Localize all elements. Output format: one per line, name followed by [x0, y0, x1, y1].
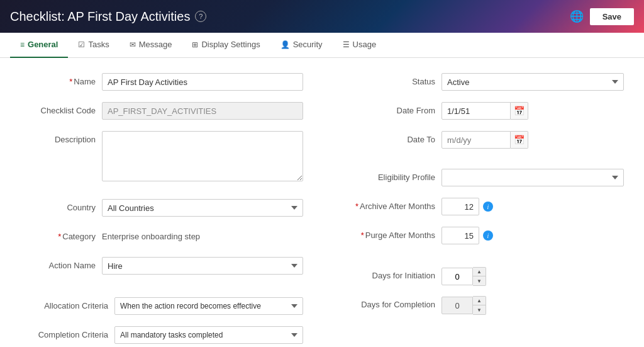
general-tab-icon: ≡ [20, 40, 25, 49]
tab-general[interactable]: ≡ General [10, 33, 68, 58]
description-label: Description [20, 131, 102, 144]
form-section: Name Checklist Code Description Country … [20, 73, 624, 347]
tab-usage-label: Usage [353, 40, 377, 49]
date-from-wrap: 📅 [441, 102, 528, 120]
days-initiation-up-button[interactable]: ▲ [473, 268, 486, 276]
tab-display-settings-label: Display Settings [201, 40, 260, 49]
date-to-input[interactable] [441, 131, 511, 149]
tab-usage[interactable]: ☰ Usage [333, 33, 387, 58]
app-header: Checklist: AP First Day Activities ? 🌐 S… [0, 0, 644, 33]
archive-info-icon[interactable]: i [483, 202, 493, 212]
completion-criteria-row: Completion Criteria All mandatory tasks … [20, 326, 303, 346]
checklist-code-input [102, 102, 303, 120]
date-to-calendar-button[interactable]: 📅 [511, 131, 528, 149]
eligibility-select[interactable] [441, 169, 624, 186]
date-to-row: Date To 📅 [341, 131, 624, 151]
allocation-criteria-label: Allocation Criteria [20, 297, 114, 310]
country-select[interactable]: All Countries [102, 199, 303, 217]
purge-info-icon[interactable]: i [483, 230, 493, 241]
completion-criteria-select[interactable]: All mandatory tasks completed [114, 326, 303, 344]
days-initiation-wrap: ▲ ▼ [441, 267, 486, 286]
page-title: Checklist: AP First Day Activities ? [10, 9, 206, 24]
eligibility-label: Eligibility Profile [341, 169, 441, 182]
purge-wrap: i [441, 227, 493, 244]
tabs-bar: ≡ General ☑ Tasks ✉ Message ⊞ Display Se… [0, 33, 644, 58]
archive-wrap: i [441, 198, 493, 215]
checklist-code-row: Checklist Code [20, 102, 303, 122]
save-button[interactable]: Save [590, 8, 634, 25]
days-completion-input[interactable] [441, 297, 473, 314]
name-input[interactable] [102, 73, 303, 91]
days-completion-label: Days for Completion [341, 296, 441, 309]
category-value: Enterprise onboarding step [102, 228, 200, 241]
allocation-criteria-row: Allocation Criteria When the action reco… [20, 297, 303, 317]
tab-general-label: General [28, 40, 58, 49]
description-row: Description [20, 131, 303, 181]
days-initiation-label: Days for Initiation [341, 267, 441, 280]
right-column: Status Active Inactive Date From 📅 Date … [341, 73, 624, 347]
help-icon[interactable]: ? [195, 11, 206, 22]
tab-tasks[interactable]: ☑ Tasks [68, 33, 119, 58]
archive-label: Archive After Months [341, 198, 441, 211]
country-row: Country All Countries [20, 199, 303, 219]
status-label: Status [341, 73, 441, 86]
days-completion-wrap: ▲ ▼ [441, 296, 486, 315]
name-row: Name [20, 73, 303, 93]
days-initiation-row: Days for Initiation ▲ ▼ [341, 267, 624, 287]
purge-row: Purge After Months i [341, 227, 624, 247]
usage-tab-icon: ☰ [343, 40, 350, 49]
name-label: Name [20, 73, 102, 86]
date-from-row: Date From 📅 [341, 102, 624, 122]
days-initiation-input[interactable] [441, 268, 473, 285]
checklist-code-label: Checklist Code [20, 102, 102, 115]
category-label: Category [20, 228, 102, 241]
security-tab-icon: 👤 [280, 40, 290, 49]
date-from-calendar-button[interactable]: 📅 [511, 102, 528, 120]
country-label: Country [20, 199, 102, 212]
archive-input[interactable] [441, 198, 479, 215]
purge-input[interactable] [441, 227, 479, 244]
eligibility-row: Eligibility Profile [341, 169, 624, 189]
tasks-tab-icon: ☑ [78, 40, 85, 49]
tab-message-label: Message [139, 40, 172, 49]
date-to-label: Date To [341, 131, 441, 144]
header-actions: 🌐 Save [570, 8, 634, 25]
tab-security-label: Security [293, 40, 323, 49]
days-completion-up-button[interactable]: ▲ [473, 297, 486, 305]
category-row: Category Enterprise onboarding step [20, 228, 303, 248]
days-completion-row: Days for Completion ▲ ▼ [341, 296, 624, 316]
message-tab-icon: ✉ [130, 40, 136, 49]
action-name-label: Action Name [20, 257, 102, 270]
date-from-input[interactable] [441, 102, 511, 120]
action-name-select[interactable]: Hire [102, 257, 303, 275]
days-initiation-down-button[interactable]: ▼ [473, 276, 486, 285]
archive-row: Archive After Months i [341, 198, 624, 218]
action-name-row: Action Name Hire [20, 257, 303, 277]
purge-label: Purge After Months [341, 227, 441, 240]
tab-message[interactable]: ✉ Message [119, 33, 182, 58]
status-row: Status Active Inactive [341, 73, 624, 93]
days-initiation-stepper: ▲ ▼ [473, 267, 486, 286]
title-text: Checklist: AP First Day Activities [10, 9, 190, 24]
tab-security[interactable]: 👤 Security [270, 33, 333, 58]
days-completion-down-button[interactable]: ▼ [473, 305, 486, 314]
date-from-label: Date From [341, 102, 441, 115]
globe-icon[interactable]: 🌐 [570, 9, 584, 23]
status-select[interactable]: Active Inactive [441, 73, 624, 91]
left-column: Name Checklist Code Description Country … [20, 73, 303, 347]
completion-criteria-label: Completion Criteria [20, 326, 114, 339]
date-to-wrap: 📅 [441, 131, 528, 149]
description-textarea[interactable] [102, 131, 303, 181]
days-completion-stepper: ▲ ▼ [473, 296, 486, 315]
tab-tasks-label: Tasks [88, 40, 109, 49]
tab-display-settings[interactable]: ⊞ Display Settings [182, 33, 270, 58]
display-settings-tab-icon: ⊞ [192, 40, 198, 49]
allocation-criteria-select[interactable]: When the action record becomes effective [114, 297, 303, 315]
main-content: Name Checklist Code Description Country … [0, 58, 644, 347]
